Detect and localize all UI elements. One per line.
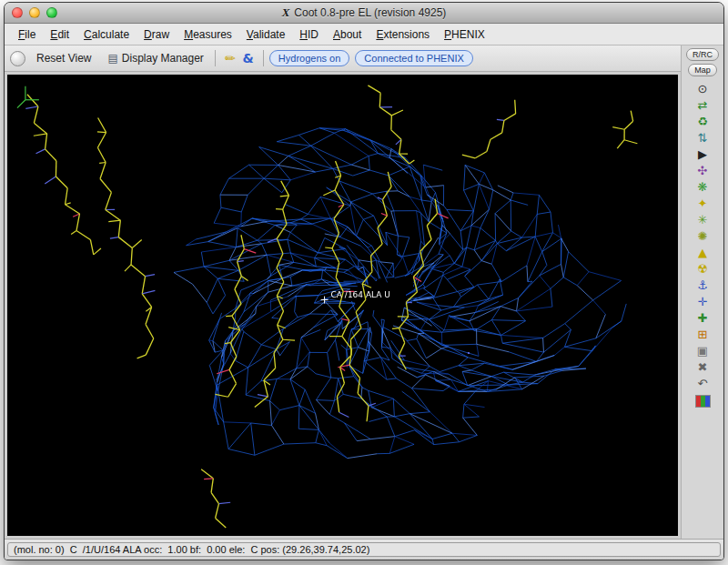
gl-canvas[interactable] bbox=[7, 75, 678, 536]
title-bar[interactable]: X Coot 0.8-pre EL (revision 4925) bbox=[5, 3, 723, 24]
main-toolbar: Reset View ▤ Display Manager ✏& Hydrogen… bbox=[5, 45, 681, 72]
display-manager-button[interactable]: ▤ Display Manager bbox=[102, 49, 208, 67]
coot-window: X Coot 0.8-pre EL (revision 4925) FileEd… bbox=[4, 2, 724, 560]
status-text: (mol. no: 0) C /1/U/164 ALA occ: 1.00 bf… bbox=[7, 542, 721, 557]
mutate-icon[interactable]: ✺ bbox=[693, 229, 713, 244]
menu-bar: FileEditCalculateDrawMeasuresValidateHID… bbox=[5, 24, 723, 45]
minimize-button[interactable] bbox=[29, 7, 40, 18]
timer-icon[interactable]: ⊙ bbox=[693, 82, 713, 96]
window-title: X Coot 0.8-pre EL (revision 4925) bbox=[282, 5, 447, 20]
add-box-icon[interactable]: ⊞ bbox=[693, 328, 713, 342]
grid-icon[interactable]: ▣ bbox=[693, 344, 713, 358]
swap-coords-icon[interactable]: ⇄ bbox=[693, 98, 713, 113]
play-icon[interactable]: ▶ bbox=[693, 147, 713, 162]
pinwheel-torsion-icon[interactable]: ❋ bbox=[693, 180, 713, 195]
add-terminal-residue-icon[interactable]: ▲ bbox=[693, 246, 713, 260]
reset-view-button[interactable]: Reset View bbox=[31, 49, 96, 67]
rotamer-icon[interactable]: ✣ bbox=[693, 164, 713, 178]
status-bar: (mol. no: 0) C /1/U/164 ALA occ: 1.00 bf… bbox=[5, 539, 723, 560]
goto-ligand-icon[interactable]: & bbox=[239, 50, 258, 66]
close-button[interactable] bbox=[12, 7, 23, 18]
goto-atom-icon[interactable]: ✏ bbox=[221, 50, 239, 66]
menu-item-validate[interactable]: Validate bbox=[240, 26, 292, 43]
updown-fit-icon[interactable]: ⇅ bbox=[693, 131, 713, 146]
reset-view-label: Reset View bbox=[36, 52, 91, 65]
menu-item-draw[interactable]: Draw bbox=[137, 26, 176, 43]
add-alt-conf-icon[interactable]: ✚ bbox=[693, 311, 713, 326]
map-button[interactable]: Map bbox=[688, 64, 717, 76]
menu-item-measures[interactable]: Measures bbox=[177, 26, 238, 43]
menu-item-calculate[interactable]: Calculate bbox=[77, 26, 136, 43]
menu-item-extensions[interactable]: Extensions bbox=[369, 26, 436, 43]
hydrogens-toggle-button[interactable]: Hydrogens on bbox=[269, 50, 350, 66]
crosshair-place-atom-icon[interactable]: ✛ bbox=[693, 295, 713, 309]
toolbar-icon-group: ✏& bbox=[221, 50, 258, 66]
toolbar-separator bbox=[263, 50, 264, 66]
menu-item-phenix[interactable]: PHENIX bbox=[438, 26, 491, 43]
toolbar-toggle-button[interactable] bbox=[10, 51, 25, 66]
menu-item-about[interactable]: About bbox=[327, 26, 368, 43]
anchor-restraints-icon[interactable]: ⚓ bbox=[693, 278, 713, 293]
radioactive-refmac-icon[interactable]: ☢ bbox=[693, 262, 713, 277]
display-manager-label: Display Manager bbox=[122, 52, 204, 65]
delete-item-icon[interactable]: ✖ bbox=[693, 360, 713, 375]
menu-item-edit[interactable]: Edit bbox=[44, 26, 76, 43]
gl-frame bbox=[5, 72, 681, 539]
flip-peptide-icon[interactable]: ✦ bbox=[693, 197, 713, 211]
side-chain-180-icon[interactable]: ✳ bbox=[693, 213, 713, 227]
recycle-refine-icon[interactable]: ♻ bbox=[693, 115, 713, 129]
x11-app-icon: X bbox=[282, 5, 290, 20]
colour-bars-icon[interactable] bbox=[695, 395, 711, 408]
zoom-button[interactable] bbox=[46, 7, 57, 18]
right-icon-column: ⊙⇄♻⇅▶✣❋✦✳✺▲☢⚓✛✚⊞▣✖↶ bbox=[693, 82, 713, 408]
right-tool-strip: R/RC Map ⊙⇄♻⇅▶✣❋✦✳✺▲☢⚓✛✚⊞▣✖↶ bbox=[681, 45, 723, 539]
undo-icon[interactable]: ↶ bbox=[693, 377, 713, 391]
display-manager-icon: ▤ bbox=[107, 52, 117, 65]
toolbar-separator bbox=[215, 50, 216, 66]
phenix-status-button[interactable]: Connected to PHENIX bbox=[355, 50, 472, 66]
window-title-text: Coot 0.8-pre EL (revision 4925) bbox=[294, 6, 446, 19]
menu-item-hid[interactable]: HID bbox=[293, 26, 325, 43]
rrc-button[interactable]: R/RC bbox=[686, 48, 719, 61]
menu-item-file[interactable]: File bbox=[12, 26, 42, 43]
